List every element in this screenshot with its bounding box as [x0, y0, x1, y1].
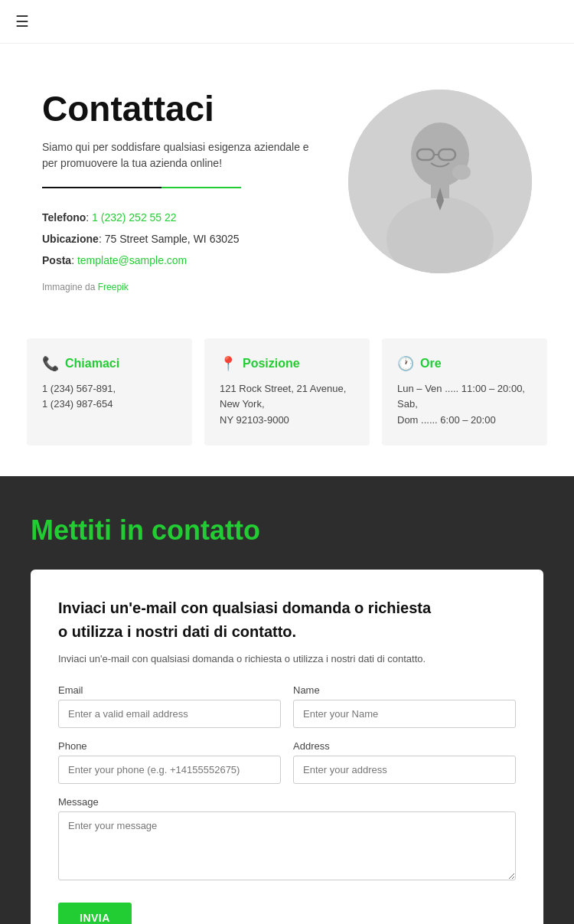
form-section: Mettiti in contatto Inviaci un'e-mail co… [0, 476, 574, 924]
card-chiamaci-title: Chiamaci [65, 357, 119, 371]
form-group-address: Address [293, 740, 516, 784]
email-label: Email [58, 684, 281, 696]
hero-section: Contattaci Siamo qui per soddisfare qual… [0, 44, 574, 323]
telefono-link[interactable]: 1 (232) 252 55 22 [92, 211, 177, 224]
hero-title: Contattaci [42, 90, 318, 129]
header: ☰ [0, 0, 574, 44]
card-posizione: 📍 Posizione 121 Rock Street, 21 Avenue, … [204, 338, 370, 446]
address-label: Address [293, 740, 516, 752]
form-description: Inviaci un'e-mail con qualsiasi domanda … [58, 651, 516, 668]
phone-input[interactable] [58, 756, 281, 784]
contact-info: Telefono: 1 (232) 252 55 22 Ubicazione: … [42, 207, 318, 271]
form-group-message: Message [58, 796, 516, 883]
form-row-email-name: Email Name [58, 684, 516, 728]
svg-point-8 [452, 165, 471, 180]
hero-subtitle: Siamo qui per soddisfare qualsiasi esige… [42, 139, 318, 171]
form-group-phone: Phone [58, 740, 281, 784]
location-icon: 📍 [220, 355, 236, 372]
phone-icon: 📞 [42, 355, 59, 372]
cards-section: 📞 Chiamaci 1 (234) 567-891, 1 (234) 987-… [0, 323, 574, 476]
submit-button[interactable]: INVIA [58, 903, 132, 924]
form-card: Inviaci un'e-mail con qualsiasi domanda … [31, 570, 543, 924]
hero-left: Contattaci Siamo qui per soddisfare qual… [42, 90, 318, 292]
form-card-subtitle: o utilizza i nostri dati di contatto. [58, 623, 516, 641]
form-card-title: Inviaci un'e-mail con qualsiasi domanda … [58, 597, 516, 619]
card-posizione-title: Posizione [243, 357, 300, 371]
message-input[interactable] [58, 811, 516, 880]
card-ore-text: Lun – Ven ..... 11:00 – 20:00, Sab, Dom … [397, 381, 532, 429]
posta-link[interactable]: template@sample.com [77, 254, 187, 266]
telefono-line: Telefono: 1 (232) 252 55 22 [42, 207, 318, 228]
card-ore-title: Ore [420, 357, 442, 371]
name-label: Name [293, 684, 516, 696]
name-input[interactable] [293, 700, 516, 728]
freepik-link[interactable]: Freepik [98, 282, 129, 292]
form-group-name: Name [293, 684, 516, 728]
card-posizione-text: 121 Rock Street, 21 Avenue, New York, NY… [220, 381, 354, 429]
phone-label: Phone [58, 740, 281, 752]
card-ore: 🕐 Ore Lun – Ven ..... 11:00 – 20:00, Sab… [382, 338, 547, 446]
card-chiamaci-text: 1 (234) 567-891, 1 (234) 987-654 [42, 381, 177, 413]
ubicazione-line: Ubicazione: 75 Street Sample, WI 63025 [42, 228, 318, 250]
hero-right [348, 90, 532, 273]
message-label: Message [58, 796, 516, 808]
menu-icon[interactable]: ☰ [15, 13, 29, 30]
form-row-phone-address: Phone Address [58, 740, 516, 784]
section-heading: Mettiti in contatto [31, 514, 543, 547]
hero-divider [42, 187, 241, 188]
image-credit: Immagine da Freepik [42, 282, 318, 292]
card-chiamaci: 📞 Chiamaci 1 (234) 567-891, 1 (234) 987-… [27, 338, 192, 446]
email-input[interactable] [58, 700, 281, 728]
posta-line: Posta: template@sample.com [42, 250, 318, 271]
avatar [348, 90, 532, 273]
address-input[interactable] [293, 756, 516, 784]
clock-icon: 🕐 [397, 355, 414, 372]
form-group-email: Email [58, 684, 281, 728]
